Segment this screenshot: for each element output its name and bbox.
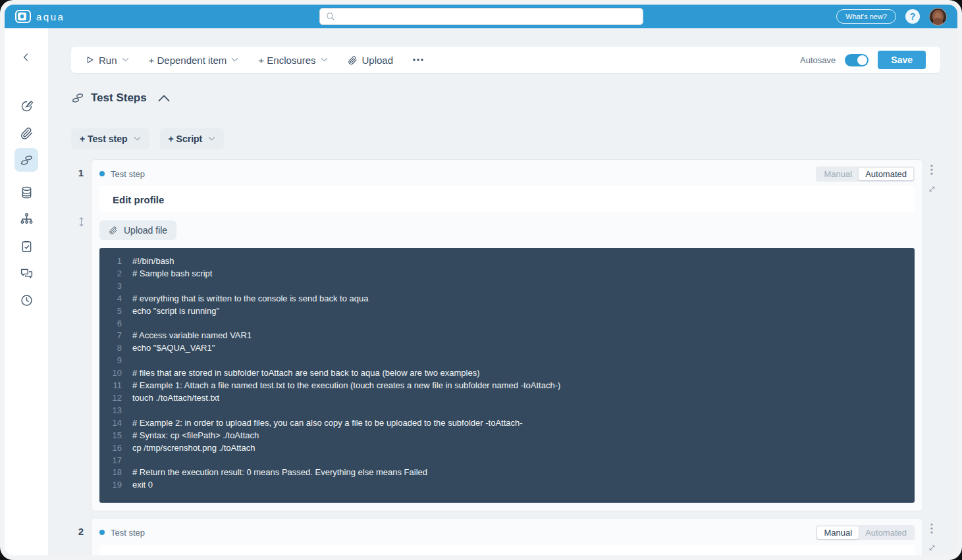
script-editor[interactable]: 1#!/bin/bash2# Sample bash script34# eve… [99,248,915,503]
code-line: 8echo "$AQUA_VAR1" [103,342,904,355]
code-line: 16cp /tmp/screnshot.png ./toAttach [103,442,904,455]
code-line: 7# Access variable named VAR1 [103,330,904,342]
topbar: aqua What's new? ? [5,5,957,28]
test-steps-section-header: Test Steps [71,91,940,105]
clipboard-check-icon [20,240,34,253]
chevron-down-icon [231,57,238,63]
help-icon[interactable]: ? [905,9,920,24]
aqua-logo[interactable]: aqua [15,10,65,23]
code-lines: 1#!/bin/bash2# Sample bash script34# eve… [103,255,904,492]
step-status-dot [99,171,105,176]
collapse-sidebar-button[interactable] [14,45,38,69]
chevron-down-icon [134,136,141,141]
chat-icon [20,267,34,280]
database-icon [20,186,34,199]
mode-manual[interactable]: Manual [817,168,859,180]
paperclip-icon [348,55,358,65]
step-title-field[interactable] [99,545,915,555]
step-type-label: Test step [111,528,145,538]
mode-switch: Manual Automated [816,525,915,540]
sidebar-item-data[interactable] [14,180,38,204]
mode-manual[interactable]: Manual [817,526,859,539]
mode-automated[interactable]: Automated [859,168,913,180]
save-button[interactable]: Save [878,51,926,69]
step-status-dot [99,530,105,535]
chevron-down-icon [321,57,328,63]
autosave-label: Autosave [800,55,836,65]
test-step-2: 2 Test step Manual Automated [71,518,940,555]
edit-icon [20,99,34,113]
add-script-label: + Script [169,134,203,144]
code-line: 2# Sample bash script [103,268,904,280]
search-input[interactable] [340,12,637,22]
code-line: 1#!/bin/bash [103,255,904,268]
code-line: 10# files that are stored in subfolder t… [103,367,904,380]
user-avatar[interactable] [929,8,947,26]
toolbar: Run + Dependent item + Enclosures [71,47,940,73]
upload-file-button[interactable]: Upload file [99,220,176,240]
chevron-down-icon [208,136,215,141]
autosave-toggle[interactable] [845,54,868,66]
add-test-step-button[interactable]: + Test step [71,128,149,149]
clock-icon [20,293,34,307]
footsteps-icon [71,91,84,105]
code-line: 17 [103,455,904,467]
more-actions-button[interactable] [413,59,423,61]
aqua-logo-icon [15,10,31,23]
upload-label: Upload [362,55,394,66]
ellipsis-icon [413,59,423,61]
search-icon [326,12,335,21]
chevron-left-icon [21,52,32,63]
global-search[interactable] [319,8,643,25]
enclosures-button[interactable]: + Enclosures [258,55,327,66]
step-card: Test step Manual Automated [91,518,923,555]
app-window: aqua What's new? ? [0,0,962,560]
upload-button[interactable]: Upload [348,55,394,66]
kebab-menu-icon[interactable] [930,523,933,534]
code-line: 5echo "script is running" [103,305,904,318]
sidebar-item-edit[interactable] [14,94,38,118]
step-title-field[interactable]: Edit profile [99,186,915,213]
mode-switch: Manual Automated [816,166,915,182]
add-buttons-row: + Test step + Script [71,128,940,149]
run-button[interactable]: Run [86,55,129,66]
expand-icon[interactable] [928,186,936,193]
whats-new-button[interactable]: What's new? [836,9,896,24]
org-chart-icon [20,213,34,226]
sidebar-item-test-steps[interactable] [14,148,38,172]
sidebar [5,28,48,555]
sidebar-item-attachments[interactable] [14,121,38,145]
code-line: 3 [103,280,904,293]
drag-handle-icon[interactable] [78,216,84,227]
add-script-button[interactable]: + Script [160,128,225,149]
code-line: 15# Syntax: cp <filePath> ./toAttach [103,430,904,442]
run-label: Run [99,55,117,66]
kebab-menu-icon[interactable] [930,165,933,175]
upload-file-label: Upload file [124,225,167,236]
test-step-1: 1 Test step Manual Automated Edit pr [71,159,940,511]
play-icon [86,55,94,64]
chevron-up-icon[interactable] [157,91,171,105]
code-line: 19exit 0 [103,479,904,492]
expand-icon[interactable] [928,544,936,551]
step-type-label: Test step [111,169,145,179]
code-line: 13 [103,405,904,417]
paperclip-icon [20,126,34,140]
sidebar-item-hierarchy[interactable] [14,207,38,231]
dependent-item-button[interactable]: + Dependent item [149,55,239,66]
chevron-down-icon [122,57,129,63]
aqua-logo-text: aqua [36,11,65,22]
footsteps-icon [20,153,34,167]
code-line: 6 [103,318,904,330]
sidebar-item-history[interactable] [14,288,38,312]
enclosures-label: + Enclosures [258,55,315,66]
code-line: 4# everything that is written to the con… [103,293,904,305]
mode-automated[interactable]: Automated [859,526,913,539]
code-line: 18# Return the execution result: 0 means… [103,467,904,479]
sidebar-item-comments[interactable] [14,261,38,285]
step-number: 1 [78,167,84,178]
code-line: 9 [103,355,904,367]
step-card: Test step Manual Automated Edit profile … [91,159,923,511]
sidebar-item-tasks[interactable] [14,234,38,258]
code-line: 12touch ./toAttach/test.txt [103,392,904,405]
